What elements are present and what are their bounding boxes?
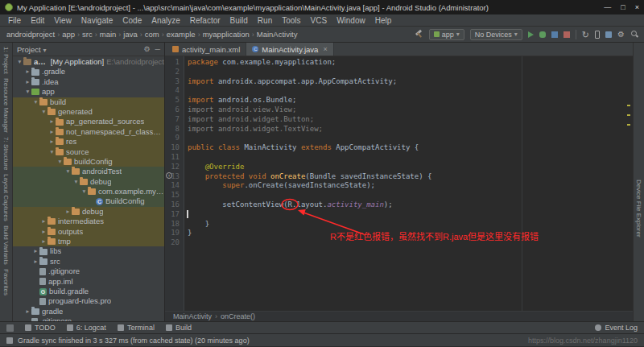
tree-item-proguard-rules.pro[interactable]: proguard-rules.pro [13, 296, 164, 306]
tree-toggle-icon[interactable] [40, 217, 47, 226]
tree-toggle-icon[interactable] [40, 227, 47, 237]
tool-window-button-build[interactable]: Build [166, 324, 192, 332]
tree-item-intermediates[interactable]: intermediates [13, 217, 164, 226]
tree-toggle-icon[interactable] [24, 67, 31, 76]
close-button[interactable]: × [635, 3, 639, 11]
tree-toggle-icon[interactable] [24, 307, 31, 316]
editor-crumb-MainActivity[interactable]: MainActivity [173, 312, 212, 320]
menu-run[interactable]: Run [253, 16, 277, 25]
device-dropdown[interactable]: No Devices [470, 29, 522, 40]
tree-item-outputs[interactable]: outputs [13, 227, 164, 237]
tree-toggle-icon[interactable] [40, 107, 47, 117]
tool-window-switcher-icon[interactable] [6, 324, 14, 332]
menu-view[interactable]: View [49, 16, 76, 25]
code-line[interactable]: import androidx.appcompat.app.AppCompatA… [188, 77, 633, 87]
menu-help[interactable]: Help [370, 16, 397, 25]
code-region[interactable]: ↑ 1234567891011121314151617181920 packag… [165, 56, 633, 311]
menu-tools[interactable]: Tools [277, 16, 305, 25]
tree-toggle-icon[interactable] [32, 257, 39, 266]
tree-toggle-icon[interactable] [24, 77, 31, 87]
tree-item-source[interactable]: source [13, 147, 164, 157]
code-line[interactable]: import android.view.View; [188, 105, 633, 115]
minimize-button[interactable]: — [604, 3, 611, 11]
sdk-manager-icon[interactable] [605, 31, 612, 38]
tree-item-.gitignore[interactable]: .gitignore [13, 266, 164, 276]
code-line[interactable]: super.onCreate(savedInstanceState); [188, 181, 633, 191]
menu-edit[interactable]: Edit [26, 16, 49, 25]
tree-toggle-icon[interactable] [24, 87, 31, 97]
tree-item-src[interactable]: src [13, 257, 164, 266]
tool-strip-layout-captures[interactable]: Layout Captures [2, 174, 10, 221]
tree-toggle-icon[interactable] [72, 177, 80, 187]
event-log-button[interactable]: Event Log [605, 324, 638, 332]
tree-toggle-icon[interactable] [48, 127, 56, 137]
menu-window[interactable]: Window [332, 16, 370, 25]
code-line[interactable] [188, 86, 633, 96]
code-line[interactable]: protected void onCreate(Bundle savedInst… [188, 172, 633, 182]
code-line[interactable] [188, 134, 633, 143]
override-method-icon[interactable]: ↑ [166, 172, 172, 179]
crumb-androidproject[interactable]: androidproject [5, 30, 56, 39]
tree-item-com.example.myapplication[interactable]: com.example.myapplication [13, 187, 164, 196]
stop-button-icon[interactable] [564, 31, 570, 38]
tree-toggle-icon[interactable] [16, 57, 23, 67]
tree-item-app[interactable]: app [13, 87, 164, 97]
tool-strip-device-file-explorer[interactable]: Device File Explorer [635, 180, 642, 238]
tree-item-build[interactable]: build [13, 97, 164, 107]
crumb-app[interactable]: app [60, 30, 76, 39]
tree-item-app.iml[interactable]: app.iml [13, 277, 164, 287]
code-line[interactable]: import android.widget.Button; [188, 115, 633, 125]
tree-item-androidproject[interactable]: androidproject[My Application]E:\android… [13, 57, 164, 67]
tree-item-res[interactable]: res [13, 137, 164, 147]
tree-item-BuildConfig[interactable]: CBuildConfig [13, 196, 164, 206]
tree-item-build.gradle[interactable]: Gbuild.gradle [13, 287, 164, 296]
tool-strip-build-variants[interactable]: Build Variants [2, 225, 10, 265]
close-icon[interactable]: × [323, 45, 327, 53]
crumb-example[interactable]: example [165, 30, 197, 39]
menu-code[interactable]: Code [118, 16, 147, 25]
warning-stripe-mark[interactable] [627, 124, 630, 126]
run-button-icon[interactable] [528, 31, 534, 38]
code-line[interactable]: import android.widget.TextView; [188, 125, 633, 134]
avd-manager-icon[interactable] [595, 31, 600, 39]
warning-stripe-mark[interactable] [627, 105, 630, 106]
menu-refactor[interactable]: Refactor [185, 16, 225, 25]
code-line[interactable]: @Override [188, 163, 633, 172]
crumb-src[interactable]: src [80, 30, 94, 39]
tree-item-.idea[interactable]: .idea [13, 77, 164, 87]
code-line[interactable]: package com.example.myapplication; [188, 58, 633, 68]
tool-strip--structure[interactable]: 7: Structure [2, 137, 10, 170]
tree-toggle-icon[interactable] [32, 97, 39, 107]
tree-item-debug[interactable]: debug [13, 207, 164, 217]
tree-item-debug[interactable]: debug [13, 177, 164, 187]
code-line[interactable] [188, 153, 633, 163]
tree-item-libs[interactable]: libs [13, 246, 164, 256]
tool-strip--project[interactable]: 1: Project [2, 47, 10, 74]
crumb-myapplication[interactable]: myapplication [201, 30, 251, 39]
menu-vcs[interactable]: VCS [306, 16, 332, 25]
crumb-com[interactable]: com [143, 30, 161, 39]
code-line[interactable] [188, 210, 633, 220]
menu-build[interactable]: Build [225, 16, 253, 25]
tree-toggle-icon[interactable] [48, 147, 56, 157]
gradle-sync-icon[interactable] [582, 31, 589, 39]
tool-strip-favorites[interactable]: Favorites [2, 269, 10, 295]
code-line[interactable]: public class MainActivity extends AppCom… [188, 143, 633, 153]
code-line[interactable] [188, 191, 633, 200]
code-line[interactable]: } [188, 220, 633, 229]
tree-item-androidTest[interactable]: androidTest [13, 167, 164, 176]
code-area[interactable]: package com.example.myapplication; impor… [184, 56, 633, 311]
tree-toggle-icon[interactable] [64, 207, 72, 217]
crumb-main[interactable]: main [98, 30, 118, 39]
maximize-button[interactable]: □ [621, 3, 625, 11]
search-icon[interactable] [630, 30, 639, 39]
tree-item-.gradle[interactable]: .gradle [13, 67, 164, 76]
tree-item-buildConfig[interactable]: buildConfig [13, 157, 164, 167]
tree-toggle-icon[interactable] [80, 187, 88, 196]
code-line[interactable]: setContentView(R.layout.activity_main); [188, 200, 633, 210]
tree-toggle-icon[interactable] [32, 246, 39, 256]
tree-toggle-icon[interactable] [48, 137, 56, 147]
tool-window-button--logcat[interactable]: 6: Logcat [67, 324, 106, 332]
tab-activity_main.xml[interactable]: activity_main.xml [167, 43, 246, 56]
crumb-java[interactable]: java [122, 30, 138, 39]
